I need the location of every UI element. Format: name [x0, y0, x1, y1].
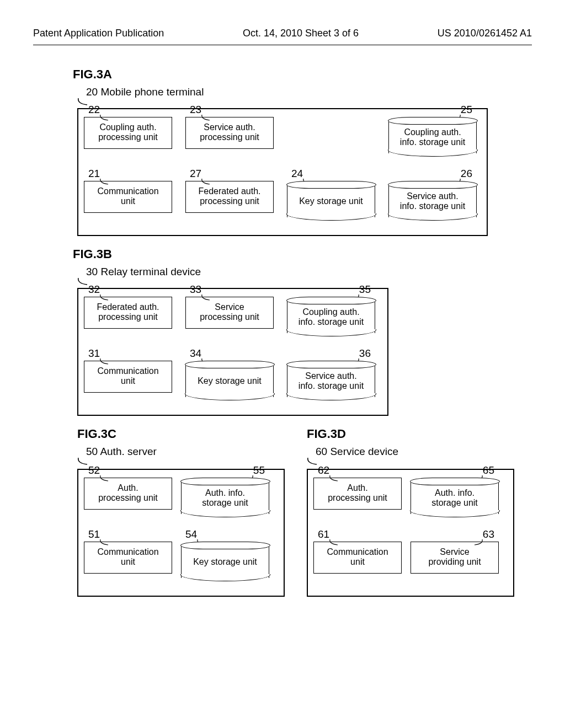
lead-line-icon: [99, 358, 109, 365]
lead-line-icon: [99, 115, 109, 121]
row-figs-c-d: FIG.3C 50 Auth. server 52 Auth.processin…: [77, 416, 532, 597]
lead-line-icon: [99, 539, 109, 546]
ref-21: 21: [88, 168, 100, 180]
fig3c: FIG.3C 50 Auth. server 52 Auth.processin…: [77, 416, 285, 597]
fig3c-device: 50 Auth. server: [86, 446, 285, 458]
unit-31: 31 Communicationunit: [84, 361, 172, 405]
lead-line-icon: [99, 295, 109, 301]
fig3b-num: 30: [86, 266, 98, 277]
ref-54: 54: [185, 528, 197, 540]
ref-27: 27: [190, 168, 201, 180]
fig3b-name: Relay terminal device: [100, 266, 201, 277]
ref-34: 34: [190, 347, 201, 360]
hdr-center: Oct. 14, 2010 Sheet 3 of 6: [243, 28, 359, 39]
unit-27: 27 Federated auth. processing unit: [185, 181, 274, 225]
unit-63: 63 Serviceproviding unit: [411, 542, 499, 586]
unit-26: 26 Service auth. info. storage unit: [388, 181, 477, 225]
ref-36: 36: [359, 347, 371, 360]
coupling-auth-store: Coupling auth. info. storage unit: [388, 120, 477, 153]
unit-21: 21 Communication unit: [84, 181, 172, 225]
lead-line-icon: [99, 179, 109, 185]
unit-52: 52 Auth.processing unit: [84, 478, 172, 522]
lead-line-icon: [329, 539, 339, 546]
fig3a-num: 20: [86, 86, 98, 98]
unit-51: 51 Communicationunit: [84, 542, 172, 586]
ref-32: 32: [88, 283, 100, 296]
fig3d: FIG.3D 60 Service device 62 Auth.process…: [307, 416, 514, 597]
unit-32: 32 Federated auth.processing unit: [84, 297, 172, 341]
ref-25: 25: [461, 104, 472, 116]
ref-35: 35: [359, 283, 371, 296]
fig3b-label: FIG.3B: [73, 247, 532, 261]
federated-auth-proc: Federated auth. processing unit: [185, 181, 274, 213]
ref-63: 63: [483, 528, 494, 540]
ref-26: 26: [461, 168, 472, 180]
header: Patent Application Publication Oct. 14, …: [33, 11, 532, 45]
fig3d-label: FIG.3D: [307, 427, 514, 441]
unit-35: 35 Coupling auth.info. storage unit: [287, 297, 375, 341]
lead-line-icon: [307, 458, 317, 465]
unit-65: 65 Auth. info.storage unit: [411, 478, 499, 522]
unit-24: 24 Key storage unit: [287, 181, 375, 225]
fig3c-box: 52 Auth.processing unit 55 Auth. info.st…: [77, 469, 285, 597]
fig3d-box: 62 Auth.processing unit 65 Auth. info.st…: [307, 469, 514, 597]
ref-51: 51: [88, 528, 100, 540]
unit-62: 62 Auth.processing unit: [313, 478, 402, 522]
fig3b-box: 32 Federated auth.processing unit 33 Ser…: [77, 288, 388, 416]
ref-31: 31: [88, 347, 100, 360]
fig3a-name: Mobile phone terminal: [100, 86, 204, 98]
ref-24: 24: [291, 168, 303, 180]
service-auth-store: Service auth. info. storage unit: [388, 184, 477, 217]
ref-62: 62: [318, 464, 329, 477]
lead-line-icon: [201, 115, 211, 121]
lead-line-icon: [77, 278, 87, 286]
unit-55: 55 Auth. info.storage unit: [181, 478, 269, 522]
hdr-left: Patent Application Publication: [33, 28, 164, 39]
key-store: Key storage unit: [287, 184, 375, 217]
unit-54: 54 Key storage unit: [181, 542, 269, 586]
coupling-auth-proc: Coupling auth. processing unit: [84, 117, 172, 149]
fig3a-label: FIG.3A: [73, 67, 532, 82]
ref-22: 22: [88, 104, 100, 116]
ref-52: 52: [88, 464, 100, 477]
lead-line-icon: [99, 475, 109, 482]
unit-22: 22 Coupling auth. processing unit: [84, 117, 172, 161]
lead-line-icon: [201, 295, 211, 301]
ref-55: 55: [253, 464, 265, 477]
lead-line-icon: [329, 475, 339, 482]
unit-34: 34 Key storage unit: [185, 361, 274, 405]
unit-25: 25 Coupling auth. info. storage unit: [388, 117, 477, 161]
service-auth-proc: Service auth. processing unit: [185, 117, 274, 149]
unit-23: 23 Service auth. processing unit: [185, 117, 274, 161]
unit-36: 36 Service auth.info. storage unit: [287, 361, 375, 405]
fig3a-device: 20 Mobile phone terminal: [86, 86, 532, 98]
fig3c-label: FIG.3C: [77, 427, 285, 441]
lead-line-icon: [77, 98, 87, 106]
lead-line-icon: [473, 539, 483, 546]
fig3d-device: 60 Service device: [316, 446, 514, 458]
ref-33: 33: [190, 283, 201, 296]
ref-23: 23: [190, 104, 201, 116]
comm-unit: Communication unit: [84, 181, 172, 213]
fig3a-box: 22 Coupling auth. processing unit 23 Ser…: [77, 108, 488, 236]
page: Patent Application Publication Oct. 14, …: [0, 0, 565, 608]
lead-line-icon: [77, 458, 87, 465]
unit-61: 61 Communicationunit: [313, 542, 402, 586]
ref-65: 65: [483, 464, 494, 477]
unit-33: 33 Serviceprocessing unit: [185, 297, 274, 341]
hdr-right: US 2010/0261452 A1: [438, 28, 532, 39]
fig3b-device: 30 Relay terminal device: [86, 266, 532, 278]
ref-61: 61: [318, 528, 329, 540]
lead-line-icon: [201, 179, 211, 185]
